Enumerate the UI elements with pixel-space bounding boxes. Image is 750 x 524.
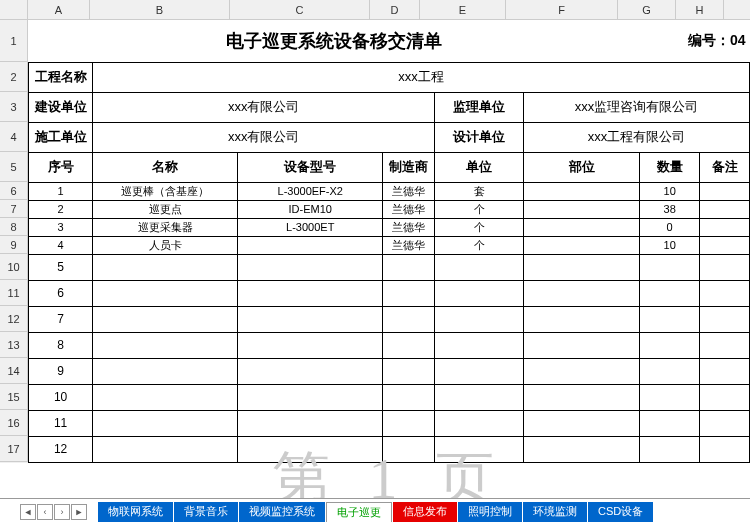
cell-empty[interactable] [524, 384, 640, 410]
col-header-D[interactable]: D [370, 0, 420, 19]
th-qty[interactable]: 数量 [640, 152, 700, 182]
col-header-B[interactable]: B [90, 0, 230, 19]
label-builder[interactable]: 建设单位 [29, 92, 93, 122]
cell-empty[interactable] [435, 306, 524, 332]
cell-empty[interactable] [700, 306, 750, 332]
cell-empty[interactable] [93, 254, 238, 280]
cell-idx[interactable]: 5 [29, 254, 93, 280]
cell-empty[interactable] [524, 410, 640, 436]
cell-idx[interactable]: 2 [29, 200, 93, 218]
row-header-8[interactable]: 8 [0, 218, 28, 236]
cell-qty[interactable]: 38 [640, 200, 700, 218]
tab-prev-icon[interactable]: ‹ [37, 504, 53, 520]
cell-name[interactable]: 巡更棒（含基座） [93, 182, 238, 200]
cell-mfr[interactable]: 兰德华 [383, 200, 435, 218]
select-all-cell[interactable] [0, 0, 28, 19]
cell-empty[interactable] [383, 332, 435, 358]
cell-empty[interactable] [524, 306, 640, 332]
cell-empty[interactable] [700, 410, 750, 436]
cell-empty[interactable] [93, 384, 238, 410]
cell-empty[interactable] [93, 306, 238, 332]
cell-empty[interactable] [524, 436, 640, 462]
row-header-11[interactable]: 11 [0, 280, 28, 306]
tab-first-icon[interactable]: ◄ [20, 504, 36, 520]
cell-empty[interactable] [640, 410, 700, 436]
cell-empty[interactable] [524, 332, 640, 358]
cell-empty[interactable] [93, 280, 238, 306]
col-header-G[interactable]: G [618, 0, 676, 19]
cell-pos[interactable] [524, 218, 640, 236]
cell-empty[interactable] [238, 254, 383, 280]
cell-idx[interactable]: 9 [29, 358, 93, 384]
cell-empty[interactable] [93, 410, 238, 436]
cell-empty[interactable] [383, 306, 435, 332]
cell-idx[interactable]: 4 [29, 236, 93, 254]
cell-name[interactable]: 巡更采集器 [93, 218, 238, 236]
tab-last-icon[interactable]: ► [71, 504, 87, 520]
row-header-6[interactable]: 6 [0, 182, 28, 200]
th-rem[interactable]: 备注 [700, 152, 750, 182]
th-pos[interactable]: 部位 [524, 152, 640, 182]
th-mfr[interactable]: 制造商 [383, 152, 435, 182]
cell-idx[interactable]: 3 [29, 218, 93, 236]
col-header-H[interactable]: H [676, 0, 724, 19]
cell-empty[interactable] [238, 436, 383, 462]
cell-empty[interactable] [383, 436, 435, 462]
sheet-tab[interactable]: 环境监测 [523, 502, 587, 522]
cell-model[interactable] [238, 236, 383, 254]
label-project[interactable]: 工程名称 [29, 62, 93, 92]
cell-empty[interactable] [435, 436, 524, 462]
cell-empty[interactable] [640, 254, 700, 280]
document-title[interactable]: 电子巡更系统设备移交清单 [29, 20, 640, 62]
cell-idx[interactable]: 11 [29, 410, 93, 436]
row-header-5[interactable]: 5 [0, 152, 28, 182]
sheet-tab[interactable]: 照明控制 [458, 502, 522, 522]
cell-empty[interactable] [700, 332, 750, 358]
sheet-tab[interactable]: 电子巡更 [326, 502, 392, 522]
row-header-12[interactable]: 12 [0, 306, 28, 332]
cell-empty[interactable] [238, 410, 383, 436]
row-header-4[interactable]: 4 [0, 122, 28, 152]
document-code[interactable]: 编号：04 [640, 20, 750, 62]
row-header-3[interactable]: 3 [0, 92, 28, 122]
value-project[interactable]: xxx工程 [93, 62, 750, 92]
label-designer[interactable]: 设计单位 [435, 122, 524, 152]
cell-empty[interactable] [435, 410, 524, 436]
row-header-15[interactable]: 15 [0, 384, 28, 410]
cell-rem[interactable] [700, 200, 750, 218]
cell-empty[interactable] [383, 384, 435, 410]
cell-empty[interactable] [435, 358, 524, 384]
cell-idx[interactable]: 7 [29, 306, 93, 332]
cell-empty[interactable] [640, 332, 700, 358]
sheet-tab[interactable]: 视频监控系统 [239, 502, 325, 522]
row-header-16[interactable]: 16 [0, 410, 28, 436]
value-designer[interactable]: xxx工程有限公司 [524, 122, 750, 152]
sheet-tab[interactable]: 信息发布 [393, 502, 457, 522]
cell-unit[interactable]: 个 [435, 236, 524, 254]
th-idx[interactable]: 序号 [29, 152, 93, 182]
cell-empty[interactable] [435, 254, 524, 280]
cell-empty[interactable] [93, 436, 238, 462]
row-header-13[interactable]: 13 [0, 332, 28, 358]
row-header-17[interactable]: 17 [0, 436, 28, 462]
cell-empty[interactable] [238, 306, 383, 332]
cell-name[interactable]: 人员卡 [93, 236, 238, 254]
row-header-1[interactable]: 1 [0, 20, 28, 62]
cell-name[interactable]: 巡更点 [93, 200, 238, 218]
value-supervisor[interactable]: xxx监理咨询有限公司 [524, 92, 750, 122]
cell-idx[interactable]: 1 [29, 182, 93, 200]
sheet-content[interactable]: 电子巡更系统设备移交清单编号：04工程名称xxx工程建设单位xxx有限公司监理单… [28, 20, 750, 463]
cell-empty[interactable] [524, 254, 640, 280]
label-constructor[interactable]: 施工单位 [29, 122, 93, 152]
cell-pos[interactable] [524, 182, 640, 200]
cell-rem[interactable] [700, 182, 750, 200]
cell-unit[interactable]: 个 [435, 200, 524, 218]
cell-empty[interactable] [640, 306, 700, 332]
cell-qty[interactable]: 10 [640, 236, 700, 254]
cell-empty[interactable] [640, 280, 700, 306]
cell-empty[interactable] [238, 384, 383, 410]
cell-empty[interactable] [435, 332, 524, 358]
row-header-2[interactable]: 2 [0, 62, 28, 92]
cell-model[interactable]: L-3000EF-X2 [238, 182, 383, 200]
col-header-C[interactable]: C [230, 0, 370, 19]
